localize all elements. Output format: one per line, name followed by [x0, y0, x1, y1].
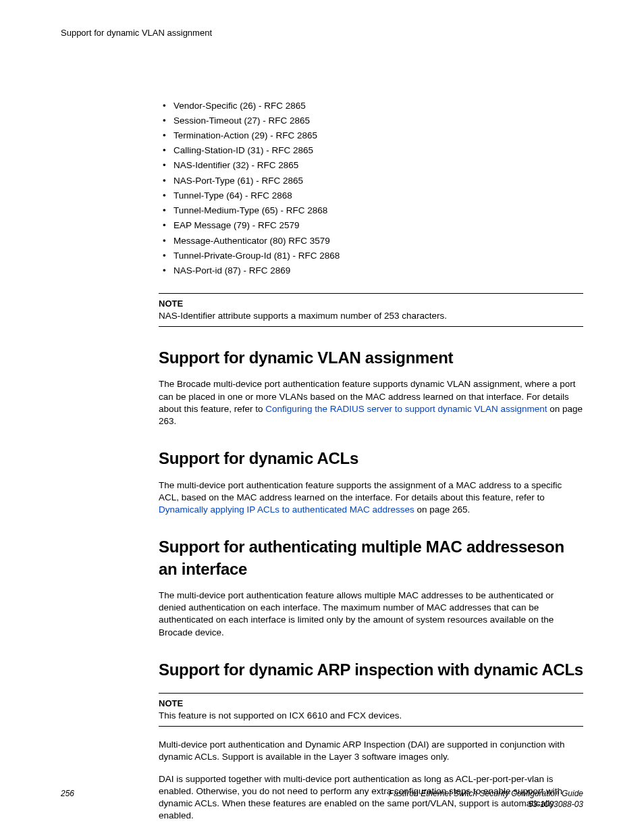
section-heading-vlan: Support for dynamic VLAN assignment [159, 347, 583, 369]
paragraph: The Brocade multi-device port authentica… [159, 378, 583, 427]
list-item: Message-Authenticator (80) RFC 3579 [159, 235, 583, 247]
divider [159, 293, 583, 294]
list-item: Tunnel-Medium-Type (65) - RFC 2868 [159, 205, 583, 217]
list-item: Termination-Action (29) - RFC 2865 [159, 130, 583, 142]
list-item: Tunnel-Private-Group-Id (81) - RFC 2868 [159, 250, 583, 262]
page-number: 256 [61, 788, 74, 799]
running-header: Support for dynamic VLAN assignment [61, 27, 583, 39]
list-item: Tunnel-Type (64) - RFC 2868 [159, 190, 583, 202]
text: The multi-device port authentication fea… [159, 480, 562, 502]
page: Support for dynamic VLAN assignment Vend… [0, 0, 644, 834]
list-item: NAS-Identifier (32) - RFC 2865 [159, 159, 583, 172]
doc-info: FastIron Ethernet Switch Security Config… [389, 788, 583, 810]
attribute-list: Vendor-Specific (26) - RFC 2865 Session-… [159, 100, 583, 278]
list-item: Vendor-Specific (26) - RFC 2865 [159, 100, 583, 112]
section-heading-acls: Support for dynamic ACLs [159, 448, 583, 469]
section-heading-multimac: Support for authenticating multiple MAC … [159, 536, 583, 580]
list-item: Session-Timeout (27) - RFC 2865 [159, 115, 583, 127]
note-label: NOTE [159, 298, 583, 310]
note-text: This feature is not supported on ICX 661… [159, 710, 583, 722]
doc-title: FastIron Ethernet Switch Security Config… [389, 789, 583, 798]
list-item: NAS-Port-Type (61) - RFC 2865 [159, 175, 583, 187]
divider [159, 693, 583, 694]
paragraph: The multi-device port authentication fea… [159, 590, 583, 639]
paragraph: The multi-device port authentication fea… [159, 479, 583, 517]
paragraph: Multi-device port authentication and Dyn… [159, 739, 583, 763]
divider [159, 726, 583, 727]
content-area: Vendor-Specific (26) - RFC 2865 Session-… [159, 100, 583, 823]
page-footer: 256 FastIron Ethernet Switch Security Co… [61, 788, 583, 810]
list-item: EAP Message (79) - RFC 2579 [159, 219, 583, 232]
note-text: NAS-Identifier attribute supports a maxi… [159, 310, 583, 322]
text: on page 265. [414, 504, 471, 515]
doc-number: 53-1003088-03 [529, 800, 583, 809]
xref-link[interactable]: Dynamically applying IP ACLs to authenti… [159, 504, 414, 515]
list-item: Calling-Station-ID (31) - RFC 2865 [159, 145, 583, 157]
xref-link[interactable]: Configuring the RADIUS server to support… [265, 404, 547, 414]
note-label: NOTE [159, 698, 583, 710]
list-item: NAS-Port-id (87) - RFC 2869 [159, 265, 583, 277]
section-heading-arp: Support for dynamic ARP inspection with … [159, 659, 583, 681]
divider [159, 326, 583, 327]
